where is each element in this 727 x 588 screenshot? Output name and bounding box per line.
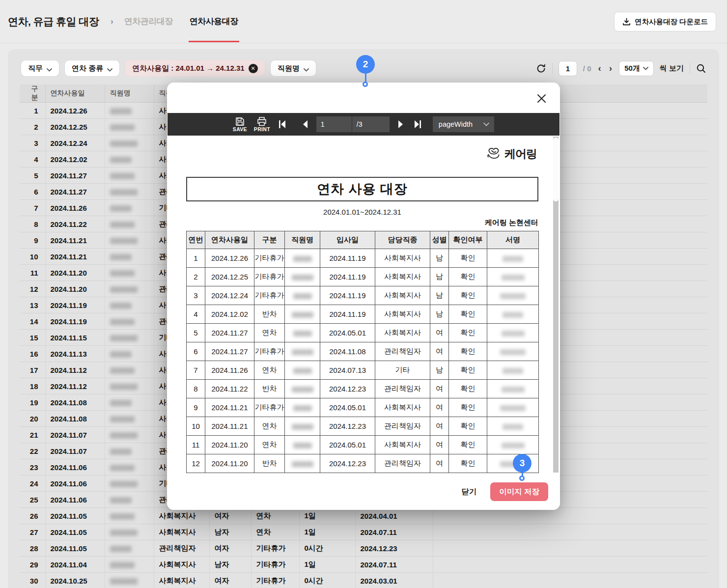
table-row[interactable]: 272024.11.05사회복지사남자연차1일2024.07.11 bbox=[20, 524, 707, 540]
cell-no: 26 bbox=[20, 508, 45, 524]
table-row[interactable]: 302024.10.25사회복지사여자기타휴가0시간2024.03.01 bbox=[20, 573, 707, 588]
cell-employee-name bbox=[105, 281, 154, 297]
cell-employee-name bbox=[105, 557, 154, 573]
pdf-cell: 사회복지사 bbox=[375, 286, 430, 305]
pdf-table-row: 72024.11.26연차2024.07.13기타남확인 bbox=[187, 361, 539, 380]
cell: 1일 bbox=[299, 508, 355, 524]
pdf-cell: 남 bbox=[430, 249, 449, 268]
redacted-name-blur bbox=[293, 443, 312, 448]
filter-employee-dropdown[interactable]: 직원명 bbox=[270, 60, 316, 77]
pdf-cell-employee-name bbox=[285, 286, 320, 305]
tab-leave-usage-ledger[interactable]: 연차사용대장 bbox=[190, 16, 238, 27]
cell-no: 2 bbox=[20, 119, 45, 135]
pdf-cell: 2024.11.19 bbox=[320, 305, 375, 324]
cell-no: 21 bbox=[20, 427, 45, 443]
cell: 여자 bbox=[209, 573, 251, 588]
cell-employee-name bbox=[105, 313, 154, 330]
chevron-down-icon bbox=[107, 65, 112, 73]
pdf-cell: 기타휴가 bbox=[254, 398, 285, 417]
pdf-cell: 연차 bbox=[254, 324, 285, 342]
cell: 사회복지사 bbox=[154, 573, 209, 588]
pdf-col-header: 입사일 bbox=[320, 231, 375, 249]
save-label: SAVE bbox=[233, 127, 247, 133]
table-row[interactable]: 262024.11.05사회복지사여자연차1일2024.04.01 bbox=[20, 508, 707, 524]
pdf-scrollbar-thumb[interactable] bbox=[553, 138, 559, 201]
next-page-button[interactable]: › bbox=[608, 63, 613, 74]
chevron-down-icon bbox=[643, 67, 648, 70]
next-page-button-pdf[interactable] bbox=[396, 120, 405, 129]
close-icon[interactable] bbox=[534, 91, 548, 105]
redacted-name-blur bbox=[110, 238, 138, 244]
pdf-cell: 사회복지사 bbox=[375, 249, 430, 268]
step-2-badge: 2 bbox=[356, 55, 375, 74]
filter-label: 직무 bbox=[28, 64, 43, 73]
pdf-table-row: 12024.12.26기타휴가2024.11.19사회복지사남확인 bbox=[187, 249, 539, 268]
cell-no: 7 bbox=[20, 200, 45, 216]
page-header: 연차, 유급 휴일 대장 › 연차관리대장 연차사용대장 연차사용대장 다운로드 bbox=[0, 0, 727, 43]
pdf-cell-signature bbox=[487, 361, 539, 380]
pdf-cell: 10 bbox=[187, 417, 205, 436]
first-page-button[interactable] bbox=[277, 120, 288, 129]
cell bbox=[433, 508, 707, 524]
pdf-cell: 12 bbox=[187, 454, 205, 473]
table-row[interactable]: 292024.11.04사회복지사남자기타휴가1일2024.07.11 bbox=[20, 557, 707, 573]
refresh-icon[interactable] bbox=[536, 63, 546, 74]
pdf-col-header: 서명 bbox=[487, 231, 539, 249]
cell: 2024.12.24 bbox=[45, 135, 105, 151]
save-image-button[interactable]: 이미지 저장 bbox=[490, 482, 548, 501]
pdf-cell: 확인 bbox=[449, 398, 487, 417]
cell: 2024.12.25 bbox=[45, 119, 105, 135]
cell: 2024.11.12 bbox=[45, 378, 105, 394]
redacted-name-blur bbox=[110, 384, 138, 390]
pdf-page-input[interactable] bbox=[316, 116, 352, 132]
close-modal-button[interactable]: 닫기 bbox=[461, 487, 476, 497]
pdf-cell: 기타휴가 bbox=[254, 342, 285, 361]
pdf-cell: 관리책임자 bbox=[375, 454, 430, 473]
search-icon[interactable] bbox=[696, 63, 706, 74]
zoom-mode-dropdown[interactable]: pageWidth bbox=[433, 116, 494, 132]
last-page-button[interactable] bbox=[412, 120, 423, 129]
pdf-cell: 사회복지사 bbox=[375, 305, 430, 324]
redacted-name-blur bbox=[292, 461, 313, 467]
pdf-cell: 남 bbox=[430, 361, 449, 380]
pdf-cell: 여 bbox=[430, 454, 449, 473]
pdf-center-name: 케어링 논현센터 bbox=[186, 218, 538, 227]
pdf-cell: 확인 bbox=[449, 286, 487, 305]
pdf-leave-table: 연번연차사용일구분직원명입사일담당직종성별확인여부서명 12024.12.26기… bbox=[186, 231, 539, 473]
cell: 2024.11.26 bbox=[45, 200, 105, 216]
page-number-input[interactable]: 1 bbox=[559, 61, 577, 76]
tab-leave-management-ledger[interactable]: 연차관리대장 bbox=[124, 16, 173, 27]
cell-employee-name bbox=[105, 411, 154, 427]
cell-employee-name bbox=[105, 443, 154, 459]
page-size-dropdown[interactable]: 50개 bbox=[619, 61, 654, 76]
pdf-cell: 여 bbox=[430, 342, 449, 361]
pdf-cell: 2024.12.02 bbox=[205, 305, 254, 324]
pdf-cell: 2024.12.23 bbox=[320, 454, 375, 473]
pdf-cell: 확인 bbox=[449, 436, 487, 454]
filter-leave-type-dropdown[interactable]: 연차 종류 bbox=[64, 60, 120, 77]
filter-job-dropdown[interactable]: 직무 bbox=[21, 60, 59, 77]
breadcrumb-chevron-icon: › bbox=[111, 17, 113, 26]
redacted-name-blur bbox=[503, 368, 523, 374]
cell: 2024.11.04 bbox=[45, 557, 105, 573]
pdf-cell-signature bbox=[487, 249, 539, 268]
cell: 2024.11.20 bbox=[45, 281, 105, 297]
print-button[interactable]: PRINT bbox=[254, 116, 270, 133]
pdf-cell: 2024.12.25 bbox=[205, 268, 254, 286]
cell-employee-name bbox=[105, 135, 154, 151]
cell bbox=[433, 573, 707, 588]
clear-date-filter-icon[interactable]: ✕ bbox=[249, 64, 258, 73]
pdf-cell: 11 bbox=[187, 436, 205, 454]
prev-page-button-pdf[interactable] bbox=[301, 120, 309, 129]
cell: 여자 bbox=[209, 508, 251, 524]
table-row[interactable]: 282024.11.05관리책임자여자기타휴가0시간2024.12.23 bbox=[20, 540, 707, 557]
pdf-page-total: /3 bbox=[352, 116, 390, 132]
download-ledger-button[interactable]: 연차사용대장 다운로드 bbox=[614, 12, 716, 31]
redacted-name-blur bbox=[110, 303, 132, 309]
filter-date-range-chip[interactable]: 연차사용일 : 24.01.01 → 24.12.31 ✕ bbox=[125, 60, 265, 77]
pdf-cell-signature bbox=[487, 417, 539, 436]
prev-page-button[interactable]: ‹ bbox=[597, 63, 602, 74]
save-button[interactable]: SAVE bbox=[233, 116, 247, 133]
cell: 2024.11.05 bbox=[45, 540, 105, 557]
pdf-cell: 기타 bbox=[375, 361, 430, 380]
